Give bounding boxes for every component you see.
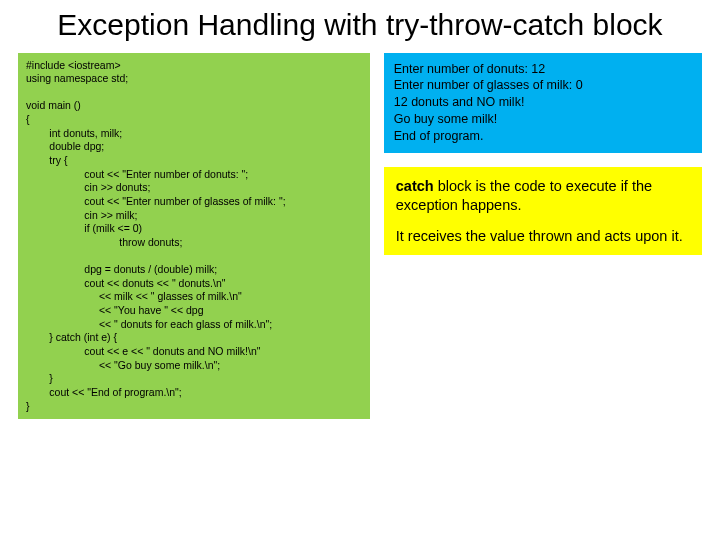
- note-p1-text: block is the code to execute if the exce…: [396, 178, 652, 213]
- right-column: Enter number of donuts: 12 Enter number …: [384, 53, 702, 420]
- note-block: catch block is the code to execute if th…: [384, 167, 702, 256]
- note-paragraph-1: catch block is the code to execute if th…: [396, 177, 690, 215]
- page-title: Exception Handling with try-throw-catch …: [18, 8, 702, 43]
- output-block: Enter number of donuts: 12 Enter number …: [384, 53, 702, 153]
- note-paragraph-2: It receives the value thrown and acts up…: [396, 227, 690, 246]
- left-column: #include <iostream> using namespace std;…: [18, 53, 370, 420]
- note-keyword: catch: [396, 178, 434, 194]
- slide: Exception Handling with try-throw-catch …: [0, 0, 720, 540]
- content-columns: #include <iostream> using namespace std;…: [18, 53, 702, 420]
- code-block: #include <iostream> using namespace std;…: [18, 53, 370, 420]
